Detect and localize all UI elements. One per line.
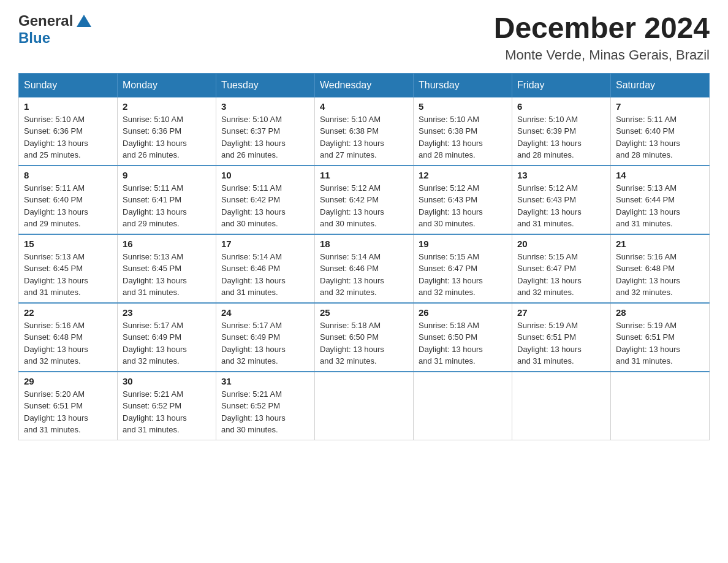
day-number: 26 (419, 307, 507, 318)
day-info: Sunrise: 5:17 AMSunset: 6:49 PMDaylight:… (221, 320, 309, 367)
calendar-cell (315, 372, 414, 440)
day-info: Sunrise: 5:14 AMSunset: 6:46 PMDaylight:… (320, 251, 408, 299)
day-number: 31 (221, 376, 309, 386)
day-info: Sunrise: 5:18 AMSunset: 6:50 PMDaylight:… (419, 320, 507, 367)
day-info: Sunrise: 5:11 AMSunset: 6:40 PMDaylight:… (24, 182, 112, 230)
day-number: 12 (419, 170, 507, 180)
calendar-cell: 29Sunrise: 5:20 AMSunset: 6:51 PMDayligh… (19, 372, 118, 440)
day-number: 7 (616, 101, 704, 112)
day-info: Sunrise: 5:13 AMSunset: 6:45 PMDaylight:… (24, 251, 112, 299)
day-number: 5 (419, 101, 507, 112)
calendar-cell: 14Sunrise: 5:13 AMSunset: 6:44 PMDayligh… (611, 166, 710, 234)
calendar-cell: 9Sunrise: 5:11 AMSunset: 6:41 PMDaylight… (118, 166, 216, 234)
day-info: Sunrise: 5:11 AMSunset: 6:41 PMDaylight:… (123, 182, 211, 230)
calendar-week-5: 29Sunrise: 5:20 AMSunset: 6:51 PMDayligh… (19, 372, 710, 440)
calendar-cell: 20Sunrise: 5:15 AMSunset: 6:47 PMDayligh… (512, 234, 611, 303)
logo-triangle-left-icon (77, 15, 84, 27)
calendar-cell (414, 372, 512, 440)
day-number: 9 (123, 170, 211, 180)
day-info: Sunrise: 5:10 AMSunset: 6:36 PMDaylight:… (123, 113, 211, 161)
page-subtitle: Monte Verde, Minas Gerais, Brazil (494, 47, 710, 63)
day-number: 11 (320, 170, 408, 180)
day-number: 20 (517, 239, 605, 249)
calendar-week-3: 15Sunrise: 5:13 AMSunset: 6:45 PMDayligh… (19, 234, 710, 303)
calendar-cell: 3Sunrise: 5:10 AMSunset: 6:37 PMDaylight… (216, 97, 315, 166)
day-info: Sunrise: 5:12 AMSunset: 6:43 PMDaylight:… (419, 182, 507, 230)
calendar-header-saturday: Saturday (611, 73, 710, 97)
calendar-cell: 19Sunrise: 5:15 AMSunset: 6:47 PMDayligh… (414, 234, 512, 303)
calendar-header-monday: Monday (118, 73, 216, 97)
day-number: 16 (123, 239, 211, 249)
day-number: 14 (616, 170, 704, 180)
calendar-header-tuesday: Tuesday (216, 73, 315, 97)
logo-general-text: General (18, 12, 73, 29)
calendar-week-2: 8Sunrise: 5:11 AMSunset: 6:40 PMDaylight… (19, 166, 710, 234)
calendar-cell: 8Sunrise: 5:11 AMSunset: 6:40 PMDaylight… (19, 166, 118, 234)
day-info: Sunrise: 5:20 AMSunset: 6:51 PMDaylight:… (24, 388, 112, 436)
calendar-table: SundayMondayTuesdayWednesdayThursdayFrid… (18, 73, 710, 440)
day-number: 6 (517, 101, 605, 112)
calendar-cell: 13Sunrise: 5:12 AMSunset: 6:43 PMDayligh… (512, 166, 611, 234)
calendar-cell: 17Sunrise: 5:14 AMSunset: 6:46 PMDayligh… (216, 234, 315, 303)
day-number: 2 (123, 101, 211, 112)
day-number: 15 (24, 239, 112, 249)
logo-blue-text: Blue (18, 29, 50, 46)
day-info: Sunrise: 5:13 AMSunset: 6:45 PMDaylight:… (123, 251, 211, 299)
day-info: Sunrise: 5:10 AMSunset: 6:38 PMDaylight:… (320, 113, 408, 161)
day-info: Sunrise: 5:13 AMSunset: 6:44 PMDaylight:… (616, 182, 704, 230)
day-info: Sunrise: 5:12 AMSunset: 6:42 PMDaylight:… (320, 182, 408, 230)
calendar-header-friday: Friday (512, 73, 611, 97)
calendar-cell: 11Sunrise: 5:12 AMSunset: 6:42 PMDayligh… (315, 166, 414, 234)
day-info: Sunrise: 5:21 AMSunset: 6:52 PMDaylight:… (221, 388, 309, 436)
day-info: Sunrise: 5:11 AMSunset: 6:40 PMDaylight:… (616, 113, 704, 161)
day-info: Sunrise: 5:14 AMSunset: 6:46 PMDaylight:… (221, 251, 309, 299)
calendar-header-wednesday: Wednesday (315, 73, 414, 97)
calendar-cell: 23Sunrise: 5:17 AMSunset: 6:49 PMDayligh… (118, 303, 216, 372)
calendar-week-4: 22Sunrise: 5:16 AMSunset: 6:48 PMDayligh… (19, 303, 710, 372)
calendar-header-thursday: Thursday (414, 73, 512, 97)
calendar-cell: 6Sunrise: 5:10 AMSunset: 6:39 PMDaylight… (512, 97, 611, 166)
calendar-week-1: 1Sunrise: 5:10 AMSunset: 6:36 PMDaylight… (19, 97, 710, 166)
day-info: Sunrise: 5:10 AMSunset: 6:39 PMDaylight:… (517, 113, 605, 161)
day-info: Sunrise: 5:19 AMSunset: 6:51 PMDaylight:… (616, 320, 704, 367)
day-number: 24 (221, 307, 309, 318)
calendar-cell: 5Sunrise: 5:10 AMSunset: 6:38 PMDaylight… (414, 97, 512, 166)
calendar-cell: 16Sunrise: 5:13 AMSunset: 6:45 PMDayligh… (118, 234, 216, 303)
calendar-cell: 27Sunrise: 5:19 AMSunset: 6:51 PMDayligh… (512, 303, 611, 372)
calendar-cell: 10Sunrise: 5:11 AMSunset: 6:42 PMDayligh… (216, 166, 315, 234)
day-info: Sunrise: 5:10 AMSunset: 6:36 PMDaylight:… (24, 113, 112, 161)
calendar-header-row: SundayMondayTuesdayWednesdayThursdayFrid… (19, 73, 710, 97)
day-number: 21 (616, 239, 704, 249)
day-info: Sunrise: 5:18 AMSunset: 6:50 PMDaylight:… (320, 320, 408, 367)
calendar-cell: 15Sunrise: 5:13 AMSunset: 6:45 PMDayligh… (19, 234, 118, 303)
day-number: 29 (24, 376, 112, 386)
calendar-cell: 24Sunrise: 5:17 AMSunset: 6:49 PMDayligh… (216, 303, 315, 372)
calendar-cell: 26Sunrise: 5:18 AMSunset: 6:50 PMDayligh… (414, 303, 512, 372)
day-info: Sunrise: 5:10 AMSunset: 6:38 PMDaylight:… (419, 113, 507, 161)
day-info: Sunrise: 5:15 AMSunset: 6:47 PMDaylight:… (419, 251, 507, 299)
calendar-cell: 1Sunrise: 5:10 AMSunset: 6:36 PMDaylight… (19, 97, 118, 166)
day-number: 22 (24, 307, 112, 318)
day-number: 23 (123, 307, 211, 318)
day-number: 27 (517, 307, 605, 318)
day-number: 13 (517, 170, 605, 180)
day-number: 10 (221, 170, 309, 180)
day-number: 3 (221, 101, 309, 112)
day-info: Sunrise: 5:15 AMSunset: 6:47 PMDaylight:… (517, 251, 605, 299)
day-info: Sunrise: 5:16 AMSunset: 6:48 PMDaylight:… (24, 320, 112, 367)
day-number: 25 (320, 307, 408, 318)
day-number: 19 (419, 239, 507, 249)
calendar-cell: 12Sunrise: 5:12 AMSunset: 6:43 PMDayligh… (414, 166, 512, 234)
calendar-cell: 31Sunrise: 5:21 AMSunset: 6:52 PMDayligh… (216, 372, 315, 440)
day-number: 28 (616, 307, 704, 318)
calendar-cell: 25Sunrise: 5:18 AMSunset: 6:50 PMDayligh… (315, 303, 414, 372)
page-title: December 2024 (494, 12, 710, 45)
title-block: December 2024 Monte Verde, Minas Gerais,… (494, 12, 710, 63)
day-info: Sunrise: 5:11 AMSunset: 6:42 PMDaylight:… (221, 182, 309, 230)
day-number: 30 (123, 376, 211, 386)
day-number: 18 (320, 239, 408, 249)
day-number: 8 (24, 170, 112, 180)
day-number: 4 (320, 101, 408, 112)
calendar-header-sunday: Sunday (19, 73, 118, 97)
logo: General Blue (18, 12, 91, 47)
